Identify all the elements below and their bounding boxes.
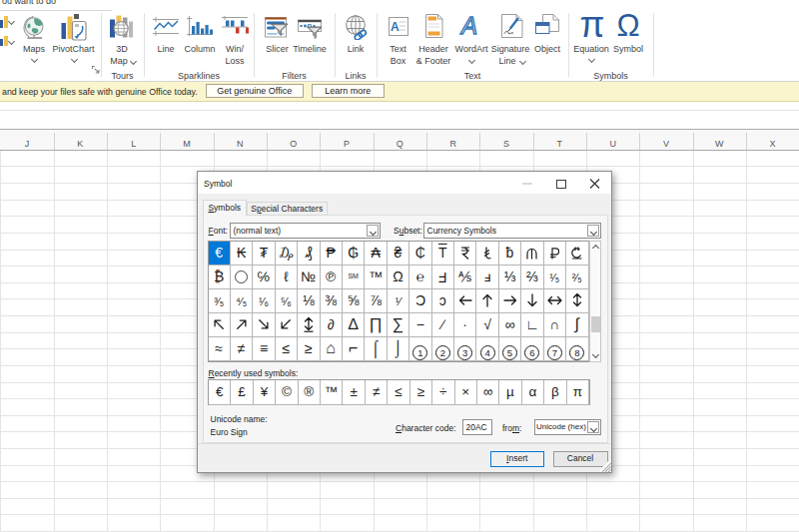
svg-text:A: A bbox=[391, 20, 400, 34]
svg-text:A: A bbox=[459, 12, 477, 38]
